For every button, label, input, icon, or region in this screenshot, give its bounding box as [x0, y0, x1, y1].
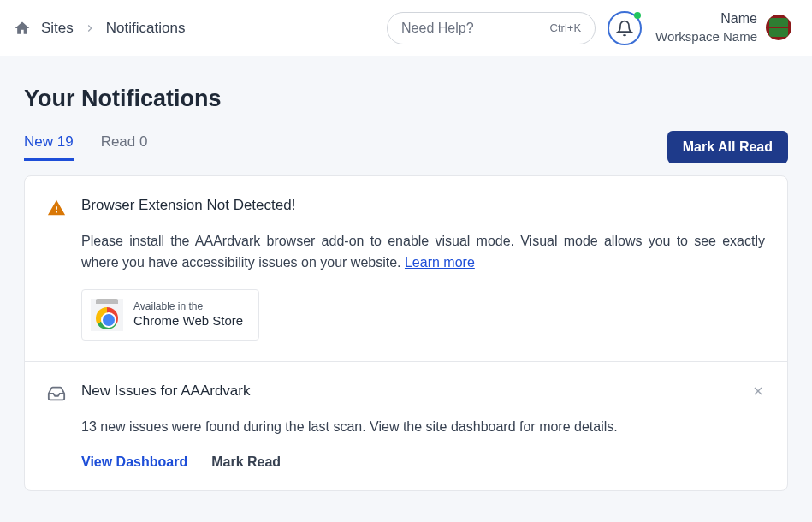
page-title: Your Notifications	[24, 86, 788, 112]
inbox-icon	[47, 383, 66, 471]
notification-card: New Issues for AAArdvark 13 new issues w…	[25, 362, 787, 491]
breadcrumb-current: Notifications	[106, 20, 186, 37]
user-name: Name	[655, 10, 757, 28]
tabs-row: New 19 Read 0 Mark All Read	[24, 131, 788, 163]
user-menu[interactable]: Name Workspace Name	[655, 10, 791, 44]
breadcrumb: Sites Notifications	[14, 20, 387, 37]
chevron-right-icon	[84, 22, 96, 34]
notification-card: Browser Extension Not Detected! Please i…	[25, 176, 787, 362]
notification-title: New Issues for AAArdvark	[81, 383, 736, 400]
search-placeholder: Need Help?	[401, 21, 474, 36]
notification-title: Browser Extension Not Detected!	[81, 197, 765, 214]
tab-new[interactable]: New 19	[24, 133, 74, 161]
header-bar: Sites Notifications Need Help? Ctrl+K Na…	[0, 0, 812, 56]
home-icon[interactable]	[14, 20, 31, 37]
view-dashboard-link[interactable]: View Dashboard	[81, 454, 187, 470]
notification-description: Please install the AAArdvark browser add…	[81, 231, 765, 274]
help-search[interactable]: Need Help? Ctrl+K	[387, 12, 596, 44]
close-icon[interactable]	[751, 383, 765, 471]
notifications-list: Browser Extension Not Detected! Please i…	[24, 175, 788, 491]
tab-read[interactable]: Read 0	[101, 133, 148, 161]
notification-description: 13 new issues were found during the last…	[81, 417, 736, 438]
bell-icon	[616, 20, 633, 37]
notification-indicator-dot	[634, 12, 641, 19]
mark-read-link[interactable]: Mark Read	[211, 454, 281, 470]
avatar	[766, 15, 791, 40]
tabs: New 19 Read 0	[24, 133, 147, 161]
mark-all-read-button[interactable]: Mark All Read	[667, 131, 788, 163]
notification-actions: View Dashboard Mark Read	[81, 454, 736, 470]
main-content: Your Notifications New 19 Read 0 Mark Al…	[0, 56, 812, 491]
breadcrumb-sites[interactable]: Sites	[41, 20, 74, 37]
chrome-icon	[91, 299, 123, 331]
search-shortcut: Ctrl+K	[550, 21, 581, 34]
warning-icon	[47, 197, 66, 341]
learn-more-link[interactable]: Learn more	[405, 255, 475, 270]
notifications-bell-button[interactable]	[608, 11, 642, 45]
workspace-name: Workspace Name	[655, 28, 757, 45]
chrome-web-store-badge[interactable]: Available in the Chrome Web Store	[81, 289, 259, 341]
